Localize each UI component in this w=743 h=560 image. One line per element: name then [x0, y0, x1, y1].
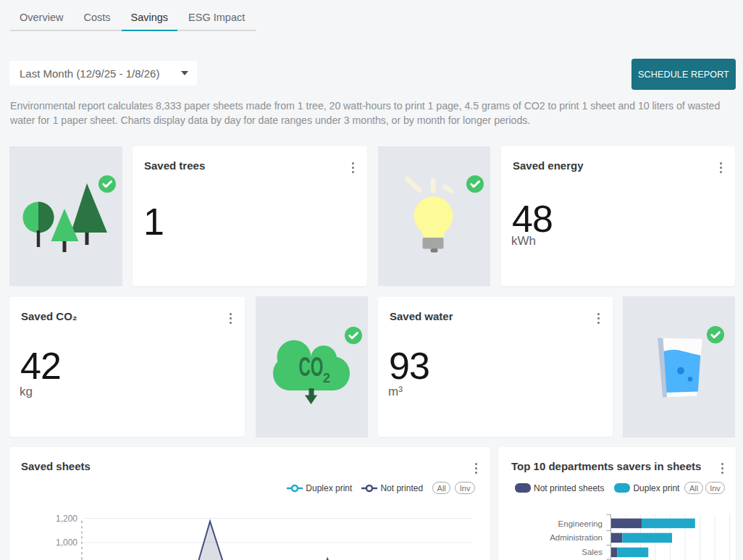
top-departments-legend: Not printed sheets Duplex print All Inv	[515, 482, 725, 494]
saved-trees-card: Saved trees 1	[133, 146, 367, 286]
check-badge-icon	[345, 327, 362, 344]
tab-esg-impact[interactable]: ESG Impact	[179, 4, 254, 30]
saved-water-title: Saved water	[390, 310, 453, 322]
saved-co2-unit: kg	[20, 385, 33, 399]
saved-energy-menu-icon[interactable]	[720, 162, 722, 175]
legend-not-printed-sheets[interactable]: Not printed sheets	[515, 483, 604, 493]
saved-sheets-legend: Duplex print Not printed All Inv	[287, 482, 475, 494]
saved-water-value: 93	[389, 347, 429, 385]
saved-co2-value: 42	[20, 347, 61, 385]
legend-not-printed[interactable]: Not printed	[361, 483, 423, 493]
saved-water-unit: m³	[388, 385, 403, 399]
tab-savings[interactable]: Savings	[122, 4, 178, 30]
tab-overview[interactable]: Overview	[10, 4, 72, 30]
lightbulb-icon	[378, 146, 492, 285]
saved-co2-card: Saved CO₂ 42 kg	[9, 297, 245, 437]
date-range-select[interactable]: Last Month (12/9/25 - 1/8/26)	[9, 61, 197, 85]
saved-trees-title: Saved trees	[144, 159, 205, 172]
saved-trees-menu-icon[interactable]	[352, 162, 354, 175]
saved-water-illustration-tile	[623, 296, 735, 438]
saved-sheets-all-button[interactable]: All	[432, 482, 450, 494]
top-departments-all-button[interactable]: All	[684, 482, 702, 494]
top-departments-menu-icon[interactable]	[721, 463, 723, 475]
saved-energy-title: Saved energy	[513, 159, 584, 172]
y-tick-1000: 1,000	[56, 538, 77, 548]
report-description: Environmental report calculates 8,333 pa…	[10, 99, 743, 128]
category-administration: Administration	[550, 533, 603, 542]
water-glass-icon	[623, 296, 731, 438]
saved-co2-title: Saved CO₂	[21, 310, 77, 322]
not-printed-sheets-swatch	[515, 483, 531, 493]
svg-text:CO: CO	[299, 352, 324, 382]
trees-icon	[9, 146, 122, 285]
saved-energy-card: Saved energy 48 kWh	[501, 146, 735, 286]
category-sales: Sales	[582, 548, 603, 556]
duplex-print-marker-icon	[287, 484, 303, 493]
check-badge-icon	[707, 326, 724, 343]
top-departments-inv-button[interactable]: Inv	[705, 482, 726, 494]
co2-cloud-icon: CO 2	[256, 296, 365, 438]
top-departments-card: Top 10 departments savers in sheets Not …	[498, 447, 736, 560]
y-tick-1200: 1,200	[56, 514, 77, 524]
check-badge-icon	[98, 175, 116, 193]
legend-duplex-print[interactable]: Duplex print	[287, 483, 352, 493]
chevron-down-icon	[181, 71, 188, 75]
category-engineering: Engineering	[558, 519, 603, 528]
saved-co2-illustration-tile: CO 2	[256, 296, 368, 438]
date-range-value: Last Month (12/9/25 - 1/8/26)	[20, 67, 159, 80]
saved-energy-value: 48	[512, 200, 553, 238]
legend-duplex-print-bars[interactable]: Duplex print	[614, 483, 679, 493]
saved-trees-illustration-tile	[9, 146, 122, 286]
saved-sheets-menu-icon[interactable]	[475, 463, 477, 475]
saved-energy-illustration-tile	[378, 146, 490, 286]
saved-water-card: Saved water 93 m³	[378, 297, 613, 437]
report-tabs: Overview Costs Savings ESG Impact	[10, 4, 256, 31]
saved-trees-value: 1	[143, 203, 164, 241]
saved-co2-menu-icon[interactable]	[230, 313, 232, 325]
saved-sheets-title: Saved sheets	[21, 460, 91, 472]
duplex-print-swatch	[614, 483, 630, 493]
saved-water-menu-icon[interactable]	[597, 313, 600, 325]
saved-sheets-inv-button[interactable]: Inv	[455, 482, 475, 494]
tab-costs[interactable]: Costs	[74, 4, 119, 30]
saved-energy-unit: kWh	[511, 234, 536, 248]
not-printed-marker-icon	[361, 484, 377, 493]
schedule-report-button[interactable]: SCHEDULE REPORT	[631, 59, 736, 90]
svg-text:2: 2	[323, 371, 330, 385]
top-departments-title: Top 10 departments savers in sheets	[511, 460, 701, 472]
saved-sheets-card: Saved sheets Duplex print Not printed Al…	[9, 447, 490, 560]
check-badge-icon	[466, 175, 484, 193]
